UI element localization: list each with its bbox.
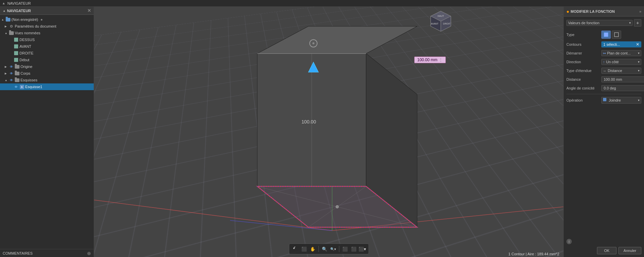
origine-folder-icon [15,64,19,69]
tree-corps[interactable]: ▶ 👁 Corps [0,70,94,77]
contours-badge[interactable]: 1 sélecti... ✕ [601,41,641,47]
demarrer-value: ↦ Plan de cont... [601,50,641,56]
btn-row: OK Annuler [566,247,641,254]
rp-header-title: ● MODIFIER LA FONCTION [566,9,615,14]
type-etendue-value: ↔ Distance [601,68,641,74]
tree-droite[interactable]: DROITE [0,50,94,57]
tree-debut[interactable]: Début [0,57,94,63]
root-folder-icon [6,17,10,22]
type-etendue-dropdown[interactable]: ↔ Distance [601,68,641,74]
comments-bar: COMMENTAIRES ⊕ [0,249,94,257]
type-etendue-row: Type d'étendue ↔ Distance [566,68,641,74]
direction-value: ↑ Un côté [601,59,641,65]
app-title-text: NAVIGATEUR [7,1,31,5]
navigator-tree: ▲ (Non enregistré) ● ▶ ⚙ Paramètres du d… [0,15,94,249]
contours-value: 1 sélecti... ✕ [601,41,641,47]
tool2-btn[interactable]: ⬛ [300,245,308,253]
angle-value [601,85,644,91]
right-panel-body: Valeurs de fonction + Type Contours [564,16,644,236]
angle-row: Angle de conicité [566,85,641,91]
app-title: ▲ [2,1,5,5]
zoom-select-btn[interactable]: 🔍▾ [329,245,337,253]
svg-rect-28 [604,33,608,37]
operation-text: Joindre [609,98,621,102]
tree-dessus[interactable]: DESSUS [0,36,94,43]
operation-dropdown[interactable]: Joindre [601,97,641,104]
tree-esquisse1[interactable]: 👁 A Esquisse1 [0,83,94,90]
operation-row: Opération Joindre [566,97,641,104]
function-values-dropdown[interactable]: Valeurs de fonction [566,20,633,26]
info-row: i [566,239,641,244]
tree-params[interactable]: ▶ ⚙ Paramètres du document [0,23,94,30]
rotate-tool-btn[interactable] [291,245,299,253]
dimension-value: 100.00 mm [417,58,437,62]
rp-header-dot: ● [566,9,569,14]
info-icon[interactable]: i [566,239,572,244]
origine-label: Origine [20,65,32,69]
demarrer-row: Démarrer ↦ Plan de cont... [566,50,641,56]
cancel-button[interactable]: Annuler [618,247,641,254]
dessus-doc-icon [14,37,18,42]
ok-button[interactable]: OK [597,247,616,254]
3d-viewport[interactable]: 100.00 100.00 mm ⋮ HAUT DROIT AVANT [94,7,563,257]
display-btn[interactable]: ⬛ [350,245,358,253]
distance-label: Distance [566,77,600,81]
direction-dropdown[interactable]: ↑ Un côté [601,59,641,65]
params-label: Paramètres du document [15,24,56,28]
demarrer-label: Démarrer [566,51,600,55]
root-arrow-icon: ▲ [1,18,5,21]
esquisse1-label: Esquisse1 [25,85,42,89]
navigator-header: ▲ NAVIGATEUR ✕ [0,7,94,15]
tree-avant[interactable]: AVANT [0,43,94,50]
direction-row: Direction ↑ Un côté [566,59,641,65]
tree-root[interactable]: ▲ (Non enregistré) ● [0,16,94,23]
svg-marker-6 [257,26,417,53]
tree-esquisses[interactable]: ▲ 👁 Esquisses [0,77,94,83]
view-cube[interactable]: HAUT DROIT AVANT [429,9,453,33]
root-dot-icon: ● [40,17,43,22]
debut-label: Début [19,58,29,62]
origine-arrow-icon: ▶ [5,65,8,68]
distance-input[interactable] [601,76,644,82]
pan-tool-btn[interactable]: ✋ [309,245,317,253]
demarrer-dropdown[interactable]: ↦ Plan de cont... [601,50,641,56]
distance-row: Distance [566,76,641,82]
more-btn[interactable]: ⬛▾ [358,245,367,253]
type-value [601,31,641,39]
corps-eye-icon: 👁 [9,71,14,76]
viewport-toolbar: ⬛ ✋ 🔍 🔍▾ ⬛ ⬛ ⬛▾ [289,244,369,254]
params-arrow-icon: ▶ [5,25,8,28]
dimension-label: 100.00 mm ⋮ [414,57,446,63]
comments-add-icon[interactable]: ⊕ [87,251,91,256]
avant-doc-icon [14,44,18,49]
view-mode-btn[interactable]: ⬛ [341,245,349,253]
gear-icon: ⚙ [9,24,14,29]
type-btn-solid[interactable] [601,31,611,39]
zoom-fit-btn[interactable]: 🔍 [320,245,329,253]
status-text: 1 Contour | Aire : 189.44 mm^2 [508,252,559,256]
rp-collapse-icon[interactable]: » [639,9,641,13]
type-etendue-text: Distance [608,69,622,73]
add-value-btn[interactable]: + [634,19,641,27]
tree-vues[interactable]: ▲ Vues nommées [0,30,94,36]
direction-text: Un côté [606,60,619,64]
contours-clear-icon[interactable]: ✕ [636,42,639,47]
view-cube-svg: HAUT DROIT AVANT [429,9,453,33]
droite-doc-icon [14,51,18,56]
operation-value: Joindre [601,97,641,104]
type-btn-surface[interactable] [612,31,621,39]
nav-title: NAVIGATEUR [7,9,31,13]
nav-close-icon[interactable]: ✕ [87,8,91,13]
vues-folder-icon [9,31,14,35]
tree-origine[interactable]: ▶ 👁 Origine [0,63,94,70]
svg-text:100.00: 100.00 [302,119,316,124]
angle-input[interactable] [601,85,644,91]
collapse-arrow-icon[interactable]: ▲ [3,9,6,12]
dimension-options-icon[interactable]: ⋮ [439,58,443,62]
svg-text:AVANT: AVANT [431,23,439,25]
comments-label: COMMENTAIRES [3,251,33,255]
function-values-row: Valeurs de fonction + [566,19,641,27]
svg-rect-30 [603,98,606,101]
esquisse1-eye-icon: 👁 [14,84,18,89]
demarrer-text: Plan de cont... [607,51,631,55]
